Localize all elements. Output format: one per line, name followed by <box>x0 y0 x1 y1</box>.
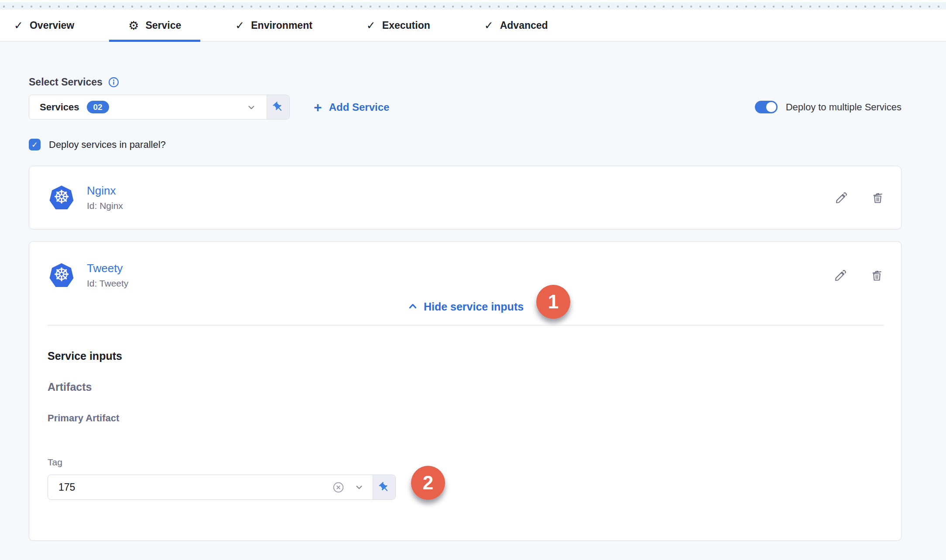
delete-trash-icon[interactable] <box>871 191 884 205</box>
deploy-parallel-checkbox[interactable]: ✓ <box>29 139 41 150</box>
tweety-card-header: ☸ Tweety Id: Tweety <box>48 242 884 289</box>
delete-trash-icon[interactable] <box>870 269 884 282</box>
tag-field-label: Tag <box>48 457 884 468</box>
tab-execution-label: Execution <box>382 20 430 31</box>
chevron-down-icon[interactable] <box>354 482 364 492</box>
chevron-down-icon <box>247 102 256 112</box>
service-id-text: Id: Nginx <box>87 201 123 211</box>
annotation-badge-1: 1 <box>536 285 570 319</box>
edit-pencil-icon[interactable] <box>834 269 847 282</box>
services-count-badge: 02 <box>87 101 109 113</box>
canvas-dotted-strip <box>0 0 946 10</box>
tab-environment-label: Environment <box>251 20 312 31</box>
hide-service-inputs-label: Hide service inputs <box>424 300 524 313</box>
check-icon: ✓ <box>31 140 38 150</box>
tab-environment[interactable]: ✓ Environment <box>216 10 332 41</box>
tag-input[interactable] <box>48 475 332 499</box>
hide-service-inputs-link[interactable]: Hide service inputs <box>48 300 884 313</box>
services-dropdown: Services 02 <box>29 95 290 120</box>
service-id-text: Id: Tweety <box>87 278 128 289</box>
artifacts-heading: Artifacts <box>48 381 884 393</box>
tag-input-icons <box>332 475 373 499</box>
deploy-multiple-toggle[interactable] <box>755 101 778 113</box>
deploy-parallel-label: Deploy services in parallel? <box>49 139 166 150</box>
check-icon: ✓ <box>484 19 494 32</box>
select-services-row: Select Services <box>29 76 901 88</box>
service-inputs-title: Service inputs <box>48 350 884 362</box>
service-tab-content: Select Services Services 02 + <box>0 76 946 541</box>
service-card-tweety: ☸ Tweety Id: Tweety <box>29 241 901 541</box>
add-service-button[interactable]: + Add Service <box>314 100 389 114</box>
service-name-link[interactable]: Nginx <box>87 184 123 198</box>
service-card-text: Nginx Id: Nginx <box>87 184 123 211</box>
tab-service-label: Service <box>145 20 181 31</box>
tag-input-group <box>48 475 396 500</box>
tab-execution[interactable]: ✓ Execution <box>347 10 449 41</box>
select-services-label: Select Services <box>29 76 103 88</box>
service-card-nginx: ☸ Nginx Id: Nginx <box>29 166 901 229</box>
tab-service[interactable]: ⚙ Service <box>109 10 200 41</box>
chevron-up-icon <box>408 301 418 313</box>
services-dropdown-value: Services <box>40 102 79 113</box>
services-dropdown-field[interactable]: Services 02 <box>29 95 267 119</box>
kubernetes-icon: ☸ <box>49 263 74 287</box>
add-service-label: Add Service <box>329 101 390 113</box>
pin-icon <box>272 101 284 113</box>
services-select-row: Services 02 + Add Service Deploy to <box>29 95 901 120</box>
check-icon: ✓ <box>14 19 23 32</box>
tab-advanced[interactable]: ✓ Advanced <box>465 10 567 41</box>
check-icon: ✓ <box>367 19 376 32</box>
service-config-page: ✓ Overview ⚙ Service ✓ Environment ✓ Exe… <box>0 0 946 560</box>
clear-icon[interactable] <box>332 481 345 494</box>
pin-icon <box>378 481 390 493</box>
stage-tab-bar: ✓ Overview ⚙ Service ✓ Environment ✓ Exe… <box>0 10 946 42</box>
tab-overview[interactable]: ✓ Overview <box>4 10 93 41</box>
toggle-knob <box>766 102 776 112</box>
service-card-actions <box>835 191 884 205</box>
tab-overview-label: Overview <box>30 20 74 31</box>
deploy-multiple-label: Deploy to multiple Services <box>786 102 901 113</box>
primary-artifact-heading: Primary Artifact <box>48 413 884 424</box>
service-card-actions <box>834 269 884 282</box>
services-pin-button[interactable] <box>267 95 289 119</box>
check-icon: ✓ <box>235 19 244 32</box>
tag-field-row <box>48 475 884 500</box>
card-divider <box>48 325 884 325</box>
deploy-multiple-group: Deploy to multiple Services <box>755 101 901 113</box>
service-card-text: Tweety Id: Tweety <box>87 262 128 289</box>
edit-pencil-icon[interactable] <box>835 191 848 205</box>
annotation-badge-2: 2 <box>411 466 445 500</box>
tag-pin-button[interactable] <box>373 475 395 499</box>
tab-advanced-label: Advanced <box>500 20 548 31</box>
service-name-link[interactable]: Tweety <box>87 262 128 275</box>
gear-icon: ⚙ <box>128 20 139 31</box>
info-icon[interactable] <box>108 77 119 88</box>
plus-icon: + <box>314 100 322 114</box>
deploy-parallel-row: ✓ Deploy services in parallel? <box>29 139 901 150</box>
kubernetes-icon: ☸ <box>49 185 74 210</box>
